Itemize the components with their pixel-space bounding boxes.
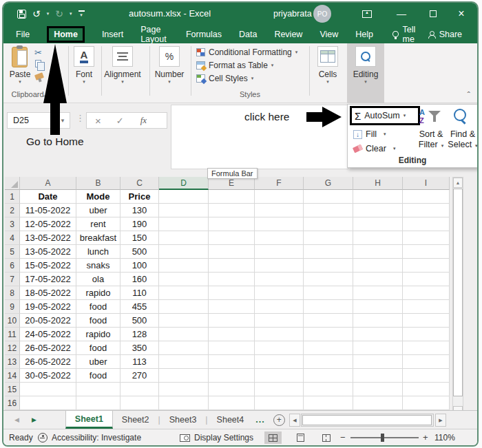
customize-qat-icon[interactable]: ▾ (78, 10, 85, 18)
cell-F6[interactable] (255, 259, 304, 273)
row-header-4[interactable]: 4 (5, 231, 20, 245)
cell-G12[interactable] (304, 341, 353, 355)
cell-I1[interactable] (403, 190, 450, 204)
cell-A7[interactable]: 17-05-2022 (20, 273, 76, 286)
cell-B8[interactable]: rapido (76, 286, 120, 300)
close-button[interactable]: × (450, 3, 473, 25)
cell-D6[interactable] (159, 259, 209, 273)
normal-view-button[interactable] (264, 431, 282, 444)
cell-A12[interactable]: 26-05-2022 (20, 341, 76, 355)
insert-function-icon[interactable]: fx (140, 115, 147, 126)
tab-review[interactable]: Review (274, 30, 302, 39)
cell-C16[interactable] (120, 396, 159, 410)
cell-C5[interactable]: 500 (120, 245, 159, 259)
cell-A6[interactable]: 15-05-2022 (20, 259, 76, 273)
cell-E8[interactable] (209, 286, 255, 300)
cell-I5[interactable] (403, 245, 450, 259)
tab-help[interactable]: Help (355, 30, 373, 39)
cell-B10[interactable]: food (76, 314, 120, 328)
tab-insert[interactable]: Insert (102, 30, 123, 39)
cell-I2[interactable] (403, 204, 450, 217)
styles-item-conditional-formatting[interactable]: Conditional Formatting▾ (196, 47, 297, 58)
cell-F16[interactable] (255, 396, 304, 410)
new-sheet-button[interactable]: + (273, 411, 285, 429)
more-sheets-label[interactable]: ... (253, 411, 267, 429)
cell-D10[interactable] (159, 314, 209, 328)
cell-B2[interactable]: uber (76, 204, 120, 217)
cell-G13[interactable] (304, 355, 353, 369)
cell-B12[interactable]: food (76, 341, 120, 355)
cell-H10[interactable] (353, 314, 403, 328)
cell-I10[interactable] (403, 314, 450, 328)
scroll-left-icon[interactable]: ◀ (289, 414, 300, 427)
sheet-tab-sheet4[interactable]: Sheet4 (208, 411, 253, 429)
cell-A2[interactable]: 11-05-2022 (20, 204, 76, 217)
cell-G8[interactable] (304, 286, 353, 300)
column-header-C[interactable]: C (120, 177, 159, 190)
cell-D11[interactable] (159, 328, 209, 341)
cell-I7[interactable] (403, 273, 450, 286)
cell-H13[interactable] (353, 355, 403, 369)
vertical-scroll-thumb[interactable] (453, 189, 463, 396)
cell-H14[interactable] (353, 369, 403, 383)
cancel-icon[interactable]: × (95, 115, 101, 127)
cell-I11[interactable] (403, 328, 450, 341)
cell-G6[interactable] (304, 259, 353, 273)
cell-A10[interactable]: 20-05-2022 (20, 314, 76, 328)
column-header-I[interactable]: I (403, 177, 450, 190)
cell-A8[interactable]: 18-05-2022 (20, 286, 76, 300)
row-header-2[interactable]: 2 (5, 204, 20, 217)
row-header-11[interactable]: 11 (5, 328, 20, 341)
cell-H8[interactable] (353, 286, 403, 300)
cell-F11[interactable] (255, 328, 304, 341)
cell-G7[interactable] (304, 273, 353, 286)
cell-E7[interactable] (209, 273, 255, 286)
cell-G15[interactable] (304, 383, 353, 396)
cell-I12[interactable] (403, 341, 450, 355)
cell-D13[interactable] (159, 355, 209, 369)
cell-E4[interactable] (209, 231, 255, 245)
tab-view[interactable]: View (319, 30, 338, 39)
cell-C4[interactable]: 150 (120, 231, 159, 245)
cell-C1[interactable]: Price (120, 190, 159, 204)
cell-B14[interactable]: food (76, 369, 120, 383)
cell-B5[interactable]: lunch (76, 245, 120, 259)
cell-H5[interactable] (353, 245, 403, 259)
cell-D2[interactable] (159, 204, 209, 217)
sort-filter-button[interactable]: Sort & Filter▾ (414, 129, 448, 151)
cell-H3[interactable] (353, 217, 403, 231)
cell-G10[interactable] (304, 314, 353, 328)
next-sheet-icon[interactable]: ▶ (32, 416, 36, 423)
cell-B4[interactable]: breakfast (76, 231, 120, 245)
styles-item-cell-styles[interactable]: Cell Styles▾ (196, 73, 253, 84)
cell-C10[interactable]: 500 (120, 314, 159, 328)
styles-item-format-as-table[interactable]: Format as Table▾ (196, 60, 273, 71)
cell-I3[interactable] (403, 217, 450, 231)
cell-H11[interactable] (353, 328, 403, 341)
column-header-D[interactable]: D (159, 177, 209, 190)
cell-F12[interactable] (255, 341, 304, 355)
cell-A5[interactable]: 13-05-2022 (20, 245, 76, 259)
cell-C3[interactable]: 190 (120, 217, 159, 231)
cell-D15[interactable] (159, 383, 209, 396)
cell-F15[interactable] (255, 383, 304, 396)
cell-H7[interactable] (353, 273, 403, 286)
cell-C14[interactable]: 270 (120, 369, 159, 383)
column-header-H[interactable]: H (353, 177, 403, 190)
prev-sheet-icon[interactable]: ◀ (14, 416, 19, 423)
cell-E2[interactable] (209, 204, 255, 217)
cell-B3[interactable]: rent (76, 217, 120, 231)
clear-button[interactable]: Clear ▾ (353, 144, 395, 153)
scroll-right-icon[interactable]: ▶ (435, 414, 446, 427)
sheet-tab-sheet1[interactable]: Sheet1 (65, 411, 113, 429)
cell-C13[interactable]: 113 (120, 355, 159, 369)
cell-E10[interactable] (209, 314, 255, 328)
row-header-5[interactable]: 5 (5, 245, 20, 259)
cell-E3[interactable] (209, 217, 255, 231)
find-select-button[interactable]: Find & Select▾ (446, 129, 479, 151)
zoom-in-icon[interactable]: + (423, 432, 428, 442)
page-break-view-button[interactable] (317, 431, 335, 444)
cell-I15[interactable] (403, 383, 450, 396)
cell-I16[interactable] (403, 396, 450, 410)
column-header-G[interactable]: G (304, 177, 353, 190)
